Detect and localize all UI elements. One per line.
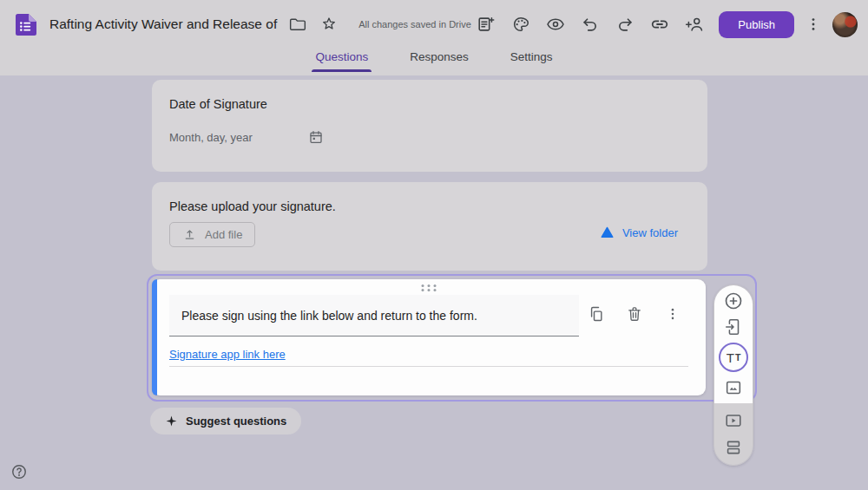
drive-icon — [600, 225, 615, 239]
active-question-indicator — [152, 279, 157, 395]
publish-button[interactable]: Publish — [719, 11, 794, 38]
duplicate-icon[interactable] — [586, 304, 607, 324]
question-card-active[interactable]: Signature app link here — [152, 279, 706, 395]
tab-settings[interactable]: Settings — [509, 49, 555, 72]
add-file-label: Add file — [205, 228, 242, 241]
question-text-input[interactable] — [169, 295, 579, 336]
add-video-icon[interactable] — [723, 410, 744, 431]
google-forms-editor: Rafting Activity Waiver and Release of A… — [0, 0, 868, 490]
sparkle-icon — [165, 415, 178, 428]
drag-handle[interactable] — [422, 284, 437, 291]
document-add-icon[interactable] — [476, 14, 496, 35]
move-to-folder-icon[interactable] — [287, 14, 308, 35]
star-icon[interactable] — [319, 14, 339, 35]
header-right: Publish — [476, 11, 858, 38]
avatar[interactable] — [832, 12, 858, 37]
view-folder-label: View folder — [622, 226, 678, 239]
document-title[interactable]: Rafting Activity Waiver and Release of — [49, 16, 277, 32]
header-toolbar — [476, 14, 705, 35]
suggest-questions-button[interactable]: Suggest questions — [150, 408, 301, 434]
preview-eye-icon[interactable] — [545, 14, 566, 35]
calendar-icon — [308, 129, 324, 145]
import-questions-icon[interactable] — [723, 317, 744, 337]
answer-field-divider — [169, 366, 688, 367]
header-left: Rafting Activity Waiver and Release of A… — [14, 13, 471, 36]
date-answer-row: Month, day, year — [169, 129, 324, 145]
question-more-icon[interactable] — [662, 304, 683, 324]
undo-icon[interactable] — [580, 14, 601, 35]
side-toolbar-bottom — [714, 403, 753, 465]
view-folder-link[interactable]: View folder — [600, 225, 678, 239]
header: Rafting Activity Waiver and Release of A… — [0, 0, 868, 75]
redo-icon[interactable] — [615, 14, 635, 35]
title-icons — [287, 14, 339, 35]
forms-logo-icon[interactable] — [14, 13, 37, 36]
side-toolbar: TT — [713, 284, 753, 466]
question-card-date[interactable]: Date of Signature Month, day, year — [152, 80, 707, 172]
suggest-questions-label: Suggest questions — [186, 415, 286, 428]
add-image-icon[interactable] — [723, 377, 744, 398]
date-placeholder: Month, day, year — [169, 131, 253, 144]
delete-icon[interactable] — [624, 304, 645, 324]
question-title: Date of Signature — [169, 97, 267, 111]
add-collaborators-icon[interactable] — [684, 14, 705, 35]
side-toolbar-top: TT — [714, 285, 753, 403]
add-section-icon[interactable] — [723, 437, 744, 458]
question-card-upload[interactable]: Please upload your signature. Add file V… — [152, 182, 707, 271]
signature-app-link[interactable]: Signature app link here — [169, 348, 286, 361]
save-status: All changes saved in Drive — [358, 19, 471, 29]
question-title: Please upload your signature. — [169, 199, 336, 213]
theme-palette-icon[interactable] — [510, 14, 531, 35]
tab-responses[interactable]: Responses — [408, 49, 470, 72]
top-bar: Rafting Activity Waiver and Release of A… — [0, 0, 868, 49]
more-options-icon[interactable] — [803, 14, 824, 35]
add-file-button[interactable]: Add file — [169, 222, 255, 247]
tab-questions[interactable]: Questions — [313, 49, 370, 72]
form-canvas: Date of Signature Month, day, year Pleas… — [0, 75, 868, 490]
upload-icon — [182, 227, 197, 242]
copy-link-icon[interactable] — [649, 14, 670, 35]
help-icon[interactable] — [10, 463, 28, 480]
add-title-description-icon[interactable]: TT — [719, 343, 748, 372]
tab-bar: Questions Responses Settings — [0, 49, 868, 75]
question-actions — [586, 304, 683, 324]
add-question-icon[interactable] — [723, 291, 744, 311]
